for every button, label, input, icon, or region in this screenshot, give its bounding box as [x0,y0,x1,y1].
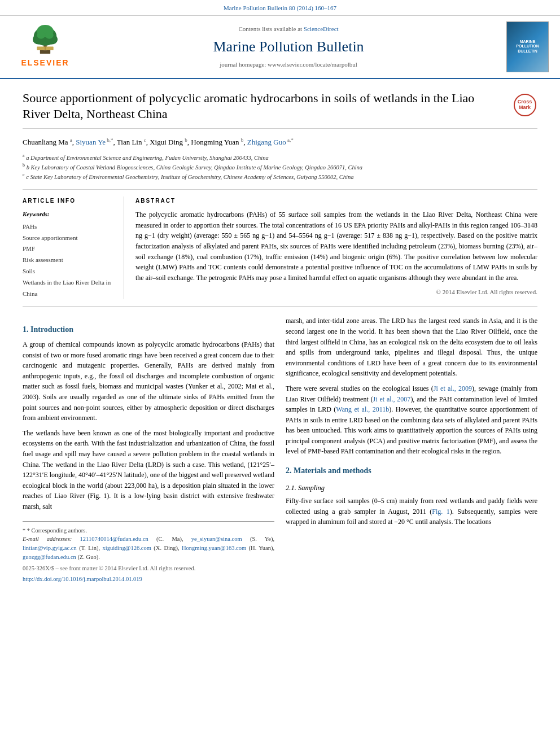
body-right-column: marsh, and inter-tidal zone areas. The L… [286,316,537,584]
ref-wang-2011b[interactable]: Wang et al., 2011b [336,405,389,413]
journal-citation: Marine Pollution Bulletin 80 (2014) 160–… [224,5,336,11]
abstract-header: ABSTRACT [135,196,537,205]
affiliation-c: c c State Key Laboratory of Environmenta… [23,172,537,181]
journal-header: ELSEVIER Contents lists available at Sci… [0,16,560,79]
section2-subheading: 2.1. Sampling [286,483,537,493]
footnote-area: * * Corresponding authors. E-mail addres… [23,521,274,584]
elsevier-logo: ELSEVIER [11,25,79,69]
doi-line: http://dx.doi.org/10.1016/j.marpolbul.20… [23,575,274,584]
journal-title: Marine Pollution Bulletin [79,36,498,58]
email-link-ye[interactable]: ye_siyuan@sina.com [191,536,242,542]
journal-cover-area: MARINE POLLUTION BULLETIN [498,21,549,72]
email-link-lin[interactable]: lintian@vip.gyig.ac.cn [23,545,77,551]
author-tian: Tian Lin c, [117,138,150,146]
article-info-column: ARTICLE INFO Keywords: PAHs Source appor… [23,196,124,299]
crossmark-icon: Cross Mark [514,94,536,116]
email-addresses: E-mail addresses: 12110740014@fudan.edu.… [23,535,274,561]
keyword-item: Source apportionment [23,233,115,244]
sciencedirect-link[interactable]: ScienceDirect [304,25,339,32]
email-link-guo[interactable]: guozgg@fudan.edu.cn [23,554,76,560]
author-zhigang[interactable]: Zhigang Guo [247,138,286,146]
article-info-abstract-section: ARTICLE INFO Keywords: PAHs Source appor… [23,189,537,307]
email-link-yuan[interactable]: Hongming.yuan@163.com [182,545,246,551]
elsevier-tree-icon [23,25,68,56]
corresponding-authors-label: * * Corresponding authors. [23,526,274,535]
abstract-column: ABSTRACT The polycyclic aromatic hydroca… [135,196,537,299]
body-content: 1. Introduction A group of chemical comp… [23,316,537,584]
wrapped-word: wrapped [286,518,309,526]
journal-citation-bar: Marine Pollution Bulletin 80 (2014) 160–… [0,0,560,16]
svg-point-6 [37,31,45,38]
author-hongming: Hongming Yuan b, [191,138,247,146]
ref-fig1-section2[interactable]: Fig. 1 [432,508,449,516]
section1-paragraph3-right: marsh, and inter-tidal zone areas. The L… [286,316,537,379]
elsevier-brand-text: ELSEVIER [21,57,69,69]
section1-paragraph4-right: There were several studies on the ecolog… [286,383,537,457]
ref-ji-2007[interactable]: Ji et al., 2007 [373,395,411,403]
journal-homepage: journal homepage: www.elsevier.com/locat… [79,60,498,69]
affiliation-b: b b Key Laboratory of Coastal Wetland Bi… [23,162,537,172]
author-siyuan[interactable]: Siyuan Ye [76,138,106,146]
article-title: Source apportionment of polycyclic aroma… [23,90,501,123]
abstract-text: The polycyclic aromatic hydrocarbons (PA… [135,209,537,283]
body-left-column: 1. Introduction A group of chemical comp… [23,316,274,584]
keyword-item: PAHs [23,221,115,233]
article-info-header: ARTICLE INFO [23,196,115,205]
keywords-list: PAHs Source apportionment PMF Risk asses… [23,221,115,300]
article-title-section: Source apportionment of polycyclic aroma… [23,90,537,129]
cover-title-text: MARINE POLLUTION BULLETIN [509,40,546,54]
keyword-item: Risk assessment [23,255,115,266]
article-title-container: Source apportionment of polycyclic aroma… [23,90,501,123]
affiliations: a a Department of Environmental Science … [23,152,537,182]
journal-code-line: 0025-326X/$ – see front matter © 2014 El… [23,564,274,573]
crossmark-badge[interactable]: Cross Mark [512,93,537,118]
section1-paragraph2: The wetlands have been known as one of t… [23,428,274,512]
journal-cover-image: MARINE POLLUTION BULLETIN [506,21,549,72]
email-link-ding[interactable]: xiguiding@126.com [103,545,151,551]
article-content: Source apportionment of polycyclic aroma… [0,79,560,596]
section2-paragraph1-right: Fifty-five surface soil samples (0–5 cm)… [286,496,537,527]
authors-line: Chuanliang Ma a, Siyuan Ye b,*, Tian Lin… [23,137,537,148]
keyword-item: Wetlands in the Liao River Delta in Chin… [23,277,115,300]
section2-heading: 2. Materials and methods [286,465,537,477]
section1-paragraph1: A group of chemical compounds known as p… [23,339,274,423]
affiliation-a: a a Department of Environmental Science … [23,152,537,162]
keyword-item: PMF [23,243,115,255]
email-link-ma[interactable]: 12110740014@fudan.edu.cn [80,536,148,542]
copyright-line: © 2014 Elsevier Ltd. All rights reserved… [135,283,537,297]
author-xigui: Xigui Ding b, [150,138,191,146]
sciencedirect-line: Contents lists available at ScienceDirec… [79,24,498,34]
journal-title-area: Contents lists available at ScienceDirec… [79,24,498,69]
svg-point-7 [45,31,54,38]
doi-link[interactable]: http://dx.doi.org/10.1016/j.marpolbul.20… [23,576,142,582]
keyword-item: Soils [23,266,115,277]
author-chuanliang: Chuanliang Ma a, [23,138,76,146]
keywords-section: Keywords: PAHs Source apportionment PMF … [23,209,115,299]
ref-ji-2009[interactable]: Ji et al., 2009 [434,385,472,392]
section1-heading: 1. Introduction [23,324,274,336]
publisher-logo-area: ELSEVIER [11,25,79,69]
keywords-label: Keywords: [23,209,115,219]
